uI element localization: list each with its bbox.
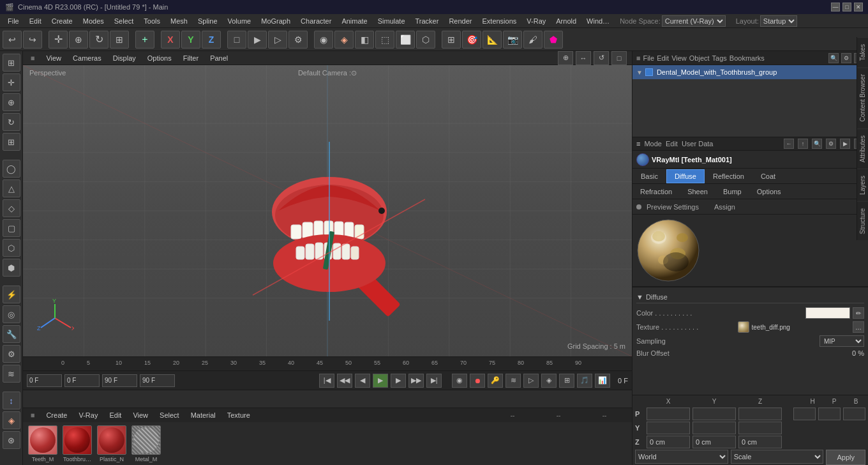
axis-z-button[interactable]: Z: [202, 31, 221, 49]
menu-wind[interactable]: Wind…: [581, 16, 615, 26]
rotate-tool-button[interactable]: ↻: [89, 31, 108, 49]
scale-tool-button[interactable]: ⊞: [110, 31, 129, 49]
next-frame-button[interactable]: ▶: [391, 374, 406, 388]
grid-button[interactable]: ⊞: [442, 31, 461, 49]
maximize-button[interactable]: □: [842, 3, 851, 11]
pos-x-field[interactable]: 0 cm: [647, 408, 690, 420]
select-tool-button[interactable]: ⊕: [69, 31, 88, 49]
left-tool-18[interactable]: ◈: [3, 411, 20, 429]
mat-tab-coat[interactable]: Coat: [752, 169, 784, 183]
menu-character[interactable]: Character: [296, 16, 336, 26]
node-space-select[interactable]: Current (V-Ray): [662, 15, 726, 27]
snap-settings-button[interactable]: 📐: [483, 31, 502, 49]
mat-nav-back[interactable]: ←: [784, 139, 794, 149]
mat-material-menu[interactable]: Material: [186, 410, 221, 420]
left-tool-7[interactable]: △: [3, 179, 20, 197]
left-tool-5[interactable]: ⊞: [3, 133, 20, 151]
menu-tracker[interactable]: Tracker: [410, 16, 444, 26]
mat-tab-diffuse[interactable]: Diffuse: [666, 169, 705, 183]
close-button[interactable]: ✕: [854, 3, 863, 11]
timeline-btn4[interactable]: 🎵: [577, 374, 592, 388]
left-tool-2[interactable]: ✛: [3, 73, 20, 91]
mat-preview-settings-btn[interactable]: Preview Settings: [647, 203, 699, 211]
mat-item-toothbrush[interactable]: Toothbru…: [63, 425, 92, 462]
render-settings-button[interactable]: ⚙: [288, 31, 308, 49]
layout-select[interactable]: Startup: [760, 15, 797, 27]
menu-create[interactable]: Create: [47, 16, 78, 26]
menu-extensions[interactable]: Extensions: [477, 16, 521, 26]
scene-view-menu[interactable]: View: [671, 54, 687, 62]
scene-hamburger[interactable]: ≡: [636, 54, 640, 62]
apply-button[interactable]: Apply: [826, 450, 865, 465]
autokey-btn[interactable]: 🔑: [488, 374, 503, 388]
menu-volume[interactable]: Volume: [223, 16, 257, 26]
left-tool-9[interactable]: ▢: [3, 219, 20, 237]
scene-tags-menu[interactable]: Tags: [712, 54, 727, 62]
rot-x-field[interactable]: 0 cm: [647, 422, 690, 434]
menu-edit[interactable]: Edit: [24, 16, 47, 26]
menu-render[interactable]: Render: [444, 16, 477, 26]
play-button[interactable]: ▶: [373, 374, 388, 388]
object-mode-button[interactable]: ◉: [314, 31, 333, 49]
tab-content-browser[interactable]: Content Browser: [857, 67, 868, 128]
sculpt-button[interactable]: ⬟: [544, 31, 563, 49]
menu-arnold[interactable]: Arnold: [551, 16, 581, 26]
left-tool-14[interactable]: 🔧: [3, 325, 20, 343]
sampling-select[interactable]: MIP None: [819, 335, 864, 347]
menu-file[interactable]: File: [3, 16, 24, 26]
vp-ctrl-2[interactable]: ↔: [576, 51, 591, 65]
color-edit-btn[interactable]: ✏: [853, 307, 864, 319]
add-object-button[interactable]: +: [135, 31, 154, 49]
mat-assign-btn[interactable]: Assign: [714, 203, 735, 211]
tab-structure[interactable]: Structure: [857, 201, 868, 241]
3d-viewport[interactable]: X Y Z Perspective Default Camera :⊙ Grid…: [23, 65, 632, 356]
p-field[interactable]: 0 °: [818, 408, 841, 420]
mat-nav-filter[interactable]: ⚙: [826, 139, 836, 149]
edge-mode-button[interactable]: ◧: [355, 31, 374, 49]
keyframe-mode-btn[interactable]: ◉: [452, 374, 467, 388]
pos-z-field[interactable]: 0 cm: [738, 408, 782, 420]
menu-animate[interactable]: Animate: [336, 16, 372, 26]
point-mode-button[interactable]: ⬚: [375, 31, 394, 49]
color-swatch[interactable]: [805, 307, 850, 319]
preview-btn[interactable]: ▷: [523, 374, 539, 388]
mat-edit-menu[interactable]: Edit: [104, 410, 126, 420]
diffuse-expand-icon[interactable]: ▼: [636, 293, 643, 301]
frame-current-field[interactable]: 0 F: [27, 374, 62, 387]
h-field[interactable]: 0 °: [793, 408, 816, 420]
mat-userdata-menu[interactable]: User Data: [682, 140, 714, 148]
goto-start-button[interactable]: |◀: [319, 374, 334, 388]
menu-vray[interactable]: V-Ray: [521, 16, 551, 26]
paint-button[interactable]: 🖌: [523, 31, 542, 49]
pos-y-field[interactable]: 0 cm: [692, 408, 736, 420]
mat-subtab-options[interactable]: Options: [749, 185, 789, 198]
texture-browse-btn[interactable]: …: [853, 321, 864, 333]
axis-x-button[interactable]: X: [161, 31, 180, 49]
mat-view-menu[interactable]: View: [128, 410, 153, 420]
camera-button[interactable]: 📷: [503, 31, 522, 49]
mat-tab-basic[interactable]: Basic: [632, 169, 666, 183]
polygon-mode-button[interactable]: ◈: [334, 31, 354, 49]
scene-file-menu[interactable]: File: [643, 54, 654, 62]
menu-mograph[interactable]: MoGraph: [256, 16, 296, 26]
mat-preview-toggle[interactable]: [636, 204, 641, 210]
motion-btn[interactable]: ≋: [505, 374, 521, 388]
mat-nav-play[interactable]: ▶: [840, 139, 850, 149]
viewport-mode-button[interactable]: □: [227, 31, 246, 49]
model-mode-button[interactable]: ⬜: [396, 31, 415, 49]
scene-object-menu[interactable]: Object: [689, 54, 710, 62]
b-field[interactable]: 0 °: [843, 408, 865, 420]
scene-bookmarks-menu[interactable]: Bookmarks: [730, 54, 765, 62]
mat-create-menu[interactable]: Create: [41, 410, 72, 420]
left-tool-11[interactable]: ⬢: [3, 259, 20, 277]
move-tool-button[interactable]: ✛: [49, 31, 68, 49]
frame-end-field[interactable]: 90 F: [102, 374, 137, 387]
left-tool-3[interactable]: ⊕: [3, 93, 20, 111]
rot-z-field[interactable]: 0 cm: [738, 422, 782, 434]
menu-tools[interactable]: Tools: [138, 16, 165, 26]
left-tool-13[interactable]: ◎: [3, 305, 20, 323]
vp-ctrl-4[interactable]: □: [611, 51, 627, 65]
vm-panel[interactable]: Panel: [205, 53, 233, 63]
scene-edit-menu[interactable]: Edit: [657, 54, 669, 62]
mat-edit-menu2[interactable]: Edit: [666, 140, 678, 148]
